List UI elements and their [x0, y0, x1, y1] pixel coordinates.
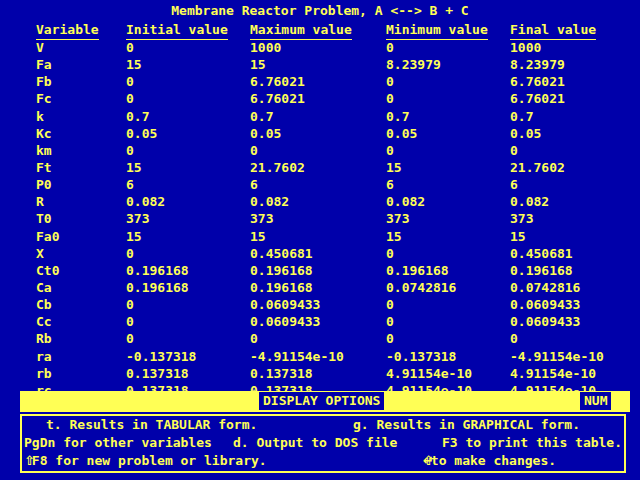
table-row: Cc00.060943300.0609433 — [0, 313, 640, 330]
value-cell: 0.7 — [250, 108, 273, 125]
value-cell: 6 — [250, 176, 258, 193]
value-cell: 0.082 — [510, 193, 549, 210]
value-cell: 6 — [386, 176, 394, 193]
value-cell: 0.196168 — [126, 262, 189, 279]
status-band: DISPLAY OPTIONS NUM — [20, 391, 630, 412]
variable-name: Fb — [36, 73, 52, 90]
variable-name: P0 — [36, 176, 52, 193]
value-cell: 0.450681 — [250, 245, 313, 262]
variable-name: rb — [36, 365, 52, 382]
option-graphical[interactable]: g. Results in GRAPHICAL form. — [353, 416, 580, 434]
value-cell: 373 — [250, 210, 273, 227]
table-row: km0000 — [0, 142, 640, 159]
dos-results-screen: Membrane Reactor Problem, A <--> B + C V… — [0, 0, 640, 480]
table-row: Fa015151515 — [0, 228, 640, 245]
table-row: P06666 — [0, 176, 640, 193]
value-cell: 0.0742816 — [386, 279, 456, 296]
variable-name: Ca — [36, 279, 52, 296]
value-cell: 15 — [250, 56, 266, 73]
variable-name: Cc — [36, 313, 52, 330]
value-cell: 0 — [386, 73, 394, 90]
variable-name: Ct0 — [36, 262, 59, 279]
value-cell: 8.23979 — [510, 56, 565, 73]
numlock-indicator: NUM — [580, 392, 611, 410]
table-row: T0373373373373 — [0, 210, 640, 227]
value-cell: 0 — [386, 245, 394, 262]
value-cell: 0.450681 — [510, 245, 573, 262]
value-cell: 0.7 — [126, 108, 149, 125]
value-cell: 0.0609433 — [510, 296, 580, 313]
column-header-minimum: Minimum value — [386, 22, 488, 40]
variable-name: ra — [36, 348, 52, 365]
value-cell: 0 — [250, 142, 258, 159]
value-cell: -0.137318 — [386, 348, 456, 365]
value-cell: 0.196168 — [250, 279, 313, 296]
variable-name: Cb — [36, 296, 52, 313]
value-cell: 15 — [386, 159, 402, 176]
value-cell: 0 — [250, 330, 258, 347]
value-cell: 15 — [510, 228, 526, 245]
value-cell: 0 — [126, 90, 134, 107]
value-cell: 8.23979 — [386, 56, 441, 73]
status-band-title: DISPLAY OPTIONS — [259, 392, 384, 410]
value-cell: 0.196168 — [126, 279, 189, 296]
variable-name: X — [36, 245, 44, 262]
variable-name: km — [36, 142, 52, 159]
table-row: Fa15158.239798.23979 — [0, 56, 640, 73]
option-pgdn[interactable]: PgDn for other variables — [24, 434, 212, 452]
value-cell: 0.0742816 — [510, 279, 580, 296]
value-cell: 0 — [126, 296, 134, 313]
value-cell: 21.7602 — [250, 159, 305, 176]
table-row: rb0.1373180.1373184.91154e-104.91154e-10 — [0, 365, 640, 382]
table-row: Ca0.1961680.1961680.07428160.0742816 — [0, 279, 640, 296]
value-cell: 0.0609433 — [510, 313, 580, 330]
option-dos[interactable]: d. Output to DOS file — [233, 434, 397, 452]
table-row: X00.45068100.450681 — [0, 245, 640, 262]
value-cell: 0 — [386, 142, 394, 159]
value-cell: 0 — [510, 142, 518, 159]
value-cell: 0 — [386, 39, 394, 56]
variable-name: k — [36, 108, 44, 125]
table-row: Rb0000 — [0, 330, 640, 347]
option-print[interactable]: F3 to print this table. — [442, 434, 622, 452]
value-cell: 15 — [126, 159, 142, 176]
value-cell: 0.137318 — [250, 365, 313, 382]
value-cell: 0.05 — [250, 125, 281, 142]
column-header-maximum: Maximum value — [250, 22, 352, 40]
value-cell: 0 — [386, 313, 394, 330]
value-cell: 0 — [386, 330, 394, 347]
table-row: Cb00.060943300.0609433 — [0, 296, 640, 313]
options-line-2: PgDn for other variables d. Output to DO… — [22, 434, 624, 452]
variable-name: T0 — [36, 210, 52, 227]
value-cell: 1000 — [510, 39, 541, 56]
value-cell: 4.91154e-10 — [386, 365, 472, 382]
value-cell: 0 — [126, 39, 134, 56]
value-cell: 373 — [126, 210, 149, 227]
value-cell: 4.91154e-10 — [510, 365, 596, 382]
value-cell: 0.05 — [510, 125, 541, 142]
value-cell: 0.196168 — [386, 262, 449, 279]
value-cell: 6.76021 — [510, 73, 565, 90]
option-make-changes-label: to make changes. — [431, 452, 556, 470]
display-options-box: t. Results in TABULAR form. g. Results i… — [20, 414, 626, 473]
value-cell: 0 — [386, 296, 394, 313]
table-row: R0.0820.0820.0820.082 — [0, 193, 640, 210]
column-header-final: Final value — [510, 22, 596, 40]
option-tabular[interactable]: t. Results in TABULAR form. — [46, 416, 257, 434]
options-line-3: ⇧ F8 for new problem or library. ⇧↵ to m… — [22, 452, 624, 470]
value-cell: 6 — [126, 176, 134, 193]
option-f8[interactable]: ⇧ F8 for new problem or library. — [24, 452, 32, 470]
value-cell: -4.91154e-10 — [510, 348, 604, 365]
table-row: Fb06.7602106.76021 — [0, 73, 640, 90]
value-cell: 0.7 — [386, 108, 409, 125]
table-row: Fc06.7602106.76021 — [0, 90, 640, 107]
value-cell: 0.0609433 — [250, 296, 320, 313]
option-make-changes[interactable]: ⇧↵ to make changes. — [423, 452, 431, 470]
variable-name: Ft — [36, 159, 52, 176]
table-row: Kc0.050.050.050.05 — [0, 125, 640, 142]
value-cell: 0.0609433 — [250, 313, 320, 330]
value-cell: -0.137318 — [126, 348, 196, 365]
value-cell: 0.7 — [510, 108, 533, 125]
variable-name: R — [36, 193, 44, 210]
option-f8-label: F8 for new problem or library. — [32, 452, 267, 470]
